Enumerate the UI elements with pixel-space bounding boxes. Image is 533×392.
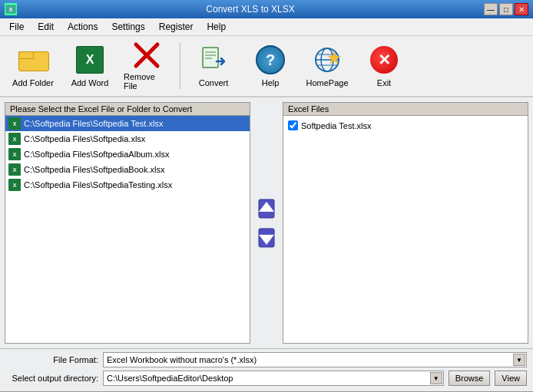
file-checkbox[interactable] <box>288 120 298 130</box>
toolbar: Add Folder X Add Word Remove File <box>0 36 533 97</box>
list-item[interactable]: X C:\Softpedia Files\SoftpediaAlbum.xlsx <box>5 147 250 162</box>
folder-icon <box>18 44 48 75</box>
list-item[interactable]: X C:\Softpedia Files\SoftpediaTesting.xl… <box>5 177 250 193</box>
toolbar-separator-1 <box>180 43 180 89</box>
menu-register[interactable]: Register <box>153 20 200 34</box>
list-item[interactable]: X C:\Softpedia Files\Softpedia Test.xlsx <box>5 116 250 131</box>
svg-rect-4 <box>203 48 218 68</box>
right-panel-header: Excel Files <box>283 103 528 116</box>
move-up-button[interactable] <box>257 197 276 220</box>
file-format-select[interactable]: Excel Workbook without macro's (*.xlsx) <box>103 352 527 367</box>
output-dir-select-wrapper[interactable]: C:\Users\SoftpediaEditor\Desktop ▼ <box>103 371 444 386</box>
minimize-button[interactable]: — <box>484 3 498 15</box>
remove-icon <box>131 41 162 69</box>
window-controls: — □ ✕ <box>484 3 528 15</box>
add-folder-button[interactable]: Add Folder <box>6 40 60 92</box>
output-dir-label: Select output directory: <box>6 374 98 383</box>
output-dir-select[interactable]: C:\Users\SoftpediaEditor\Desktop <box>103 371 444 386</box>
xls-icon: X <box>8 117 21 130</box>
help-icon: ? <box>255 44 286 75</box>
xls-icon: X <box>8 148 21 160</box>
svg-text:X: X <box>9 7 13 12</box>
list-item[interactable]: Softpedia Test.xlsx <box>286 119 525 132</box>
left-panel-header: Please Select the Excel File or Folder t… <box>5 103 250 116</box>
list-item[interactable]: X C:\Softpedia Files\Softpedia.xlsx <box>5 131 250 147</box>
convert-icon <box>198 44 229 75</box>
view-button[interactable]: View <box>495 371 527 386</box>
title-bar: X Convert XLS to XLSX — □ ✕ <box>0 0 533 18</box>
exit-icon: ✕ <box>369 44 399 75</box>
file-format-select-wrapper[interactable]: Excel Workbook without macro's (*.xlsx) … <box>103 352 527 367</box>
xls-icon: X <box>8 179 21 191</box>
right-panel: Excel Files Softpedia Test.xlsx <box>283 102 528 344</box>
list-item[interactable]: X C:\Softpedia Files\SoftpediaBook.xlsx <box>5 162 250 177</box>
move-down-button[interactable] <box>257 226 276 249</box>
maximize-button[interactable]: □ <box>499 3 513 15</box>
menu-help[interactable]: Help <box>200 20 232 34</box>
output-dir-row: Select output directory: C:\Users\Softpe… <box>6 371 527 386</box>
app-icon: X <box>5 3 17 15</box>
menu-edit[interactable]: Edit <box>31 20 60 34</box>
excel-icon: X <box>74 44 105 75</box>
remove-file-button[interactable]: Remove File <box>120 40 174 92</box>
left-panel: Please Select the Excel File or Folder t… <box>5 102 250 344</box>
menu-bar: File Edit Actions Settings Register Help <box>0 18 533 36</box>
xls-icon: X <box>8 163 21 176</box>
menu-file[interactable]: File <box>3 20 30 34</box>
menu-actions[interactable]: Actions <box>61 20 104 34</box>
close-button[interactable]: ✕ <box>515 3 528 15</box>
convert-button[interactable]: Convert <box>187 40 240 92</box>
xls-icon: X <box>8 133 21 145</box>
homepage-button[interactable]: HomePage <box>300 40 354 92</box>
exit-button[interactable]: ✕ Exit <box>357 40 411 92</box>
bottom-bar: File Format: Excel Workbook without macr… <box>0 348 533 391</box>
menu-settings[interactable]: Settings <box>105 20 151 34</box>
file-list[interactable]: X C:\Softpedia Files\Softpedia Test.xlsx… <box>5 116 250 343</box>
arrows-panel <box>255 102 278 344</box>
main-content: Please Select the Excel File or Folder t… <box>0 97 533 348</box>
browse-button[interactable]: Browse <box>449 371 491 386</box>
file-format-row: File Format: Excel Workbook without macr… <box>6 352 527 367</box>
help-button[interactable]: ? Help <box>243 40 297 92</box>
excel-list: Softpedia Test.xlsx <box>283 116 528 343</box>
homepage-icon <box>312 44 343 75</box>
add-word-button[interactable]: X Add Word <box>63 40 117 92</box>
window-title: Convert XLS to XLSX <box>17 4 484 15</box>
file-format-label: File Format: <box>6 355 98 364</box>
